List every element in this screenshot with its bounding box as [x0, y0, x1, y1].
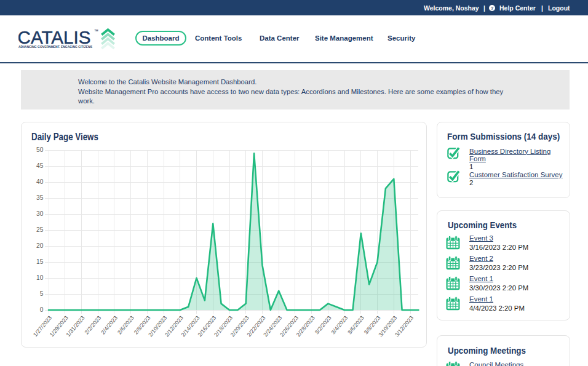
svg-text:?: ?: [491, 5, 494, 10]
svg-text:35: 35: [36, 194, 44, 201]
svg-text:20: 20: [36, 242, 44, 249]
svg-text:ADVANCING GOVERNMENT. ENGAGING: ADVANCING GOVERNMENT. ENGAGING CITIZENS: [18, 45, 93, 49]
svg-text:40: 40: [36, 178, 44, 185]
svg-text:2/2/2023: 2/2/2023: [84, 315, 103, 336]
svg-text:50: 50: [36, 146, 44, 153]
svg-text:3/4/2023: 3/4/2023: [330, 315, 349, 336]
svg-text:TM: TM: [95, 29, 99, 32]
svg-text:30: 30: [36, 210, 44, 217]
svg-text:45: 45: [36, 162, 44, 169]
svg-text:3/6/2023: 3/6/2023: [346, 315, 365, 336]
svg-text:10: 10: [36, 274, 44, 281]
svg-text:25: 25: [36, 226, 44, 233]
svg-text:2/4/2023: 2/4/2023: [100, 315, 119, 336]
svg-text:2/6/2023: 2/6/2023: [116, 315, 135, 336]
svg-text:15: 15: [36, 258, 44, 265]
svg-text:5: 5: [40, 290, 44, 297]
svg-text:0: 0: [40, 306, 44, 313]
svg-text:3/2/2023: 3/2/2023: [314, 315, 333, 336]
